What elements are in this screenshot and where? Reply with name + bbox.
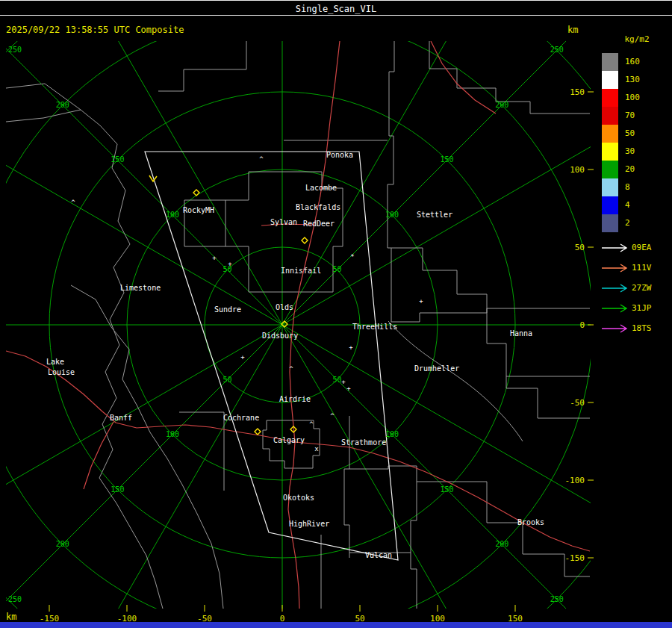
- boundary-line: [158, 41, 246, 91]
- range-label: 200: [495, 540, 508, 548]
- radar-app-window: Single_Scan_VIL 2025/09/22 13:58:55 UTC …: [0, 0, 672, 628]
- city-label: Okotoks: [283, 494, 314, 502]
- azimuth-line: [282, 116, 644, 325]
- vector-legend-row: 27ZW: [601, 278, 652, 298]
- right-axis-label: 100: [570, 165, 585, 175]
- range-label: 100: [385, 430, 399, 438]
- town-marker: +: [419, 297, 423, 305]
- town-marker: ^: [309, 420, 314, 428]
- forest-boundary-line: [6, 110, 163, 609]
- legend-unit-label: kg/m2: [602, 34, 672, 44]
- town-marker: +: [212, 254, 217, 261]
- city-label: Ponoka: [326, 151, 353, 159]
- legend-color-swatch: [602, 196, 618, 214]
- boundary-line: [506, 376, 590, 418]
- city-label: ThreeHills: [352, 323, 397, 331]
- vector-arrow-icon: [601, 284, 628, 293]
- vector-arrow-icon: [601, 324, 628, 333]
- legend-value-label: 30: [625, 143, 635, 161]
- range-label: 150: [441, 485, 454, 494]
- town-marker: +: [240, 353, 245, 361]
- range-label: 250: [550, 46, 564, 54]
- legend-value-label: 130: [625, 71, 640, 89]
- vector-id-label: 09EA: [632, 243, 652, 252]
- legend-color-swatch: [602, 71, 618, 89]
- azimuth-line: [282, 325, 491, 628]
- azimuth-line: [73, 0, 282, 325]
- legend-value-label: 100: [625, 89, 640, 107]
- legend-scale-row: 30: [602, 143, 672, 161]
- right-axis-label: -100: [565, 476, 585, 485]
- vector-id-label: 27ZW: [632, 283, 652, 293]
- legend-scale-row: 130: [602, 71, 672, 89]
- town-marker: ^: [259, 155, 264, 163]
- river-line: [71, 285, 223, 609]
- range-label: 50: [223, 376, 231, 384]
- vector-legend: 09EA111V27ZW31JP18TS: [601, 237, 652, 338]
- boundary-line: [388, 41, 394, 322]
- city-label: Stettler: [417, 211, 452, 219]
- river-line: [388, 321, 523, 441]
- boundary-line: [349, 466, 417, 609]
- highway-line: [295, 442, 590, 551]
- right-axis-label: 0: [579, 320, 585, 330]
- vector-legend-row: 31JP: [601, 298, 652, 318]
- footer-bar: [0, 622, 672, 628]
- range-label: 250: [8, 46, 22, 54]
- city-label: RedDeer: [303, 220, 335, 228]
- range-label: 100: [166, 211, 179, 219]
- legend-value-label: 2: [625, 214, 630, 232]
- vector-arrow-icon: [601, 304, 628, 313]
- color-scale-legend: kg/m2 16013010070503020842: [602, 34, 672, 232]
- city-label: Cochrane: [223, 414, 259, 422]
- legend-color-swatch: [602, 89, 618, 107]
- boundary-line: [391, 308, 590, 322]
- right-axis-label: 150: [570, 87, 585, 97]
- range-label: 100: [385, 211, 399, 219]
- vector-id-label: 18TS: [632, 323, 652, 333]
- radar-site-marker: [193, 190, 199, 196]
- right-axis-label: 50: [575, 243, 585, 252]
- city-label: Blackfalds: [296, 203, 340, 211]
- vector-id-label: 111V: [632, 263, 652, 273]
- range-label: 150: [441, 155, 454, 164]
- radar-map-display[interactable]: 5010015020025050100150200250501001502002…: [0, 0, 672, 628]
- city-label: Calgary: [273, 436, 305, 444]
- city-label: Drumheller: [414, 364, 459, 373]
- legend-color-swatch: [602, 178, 618, 196]
- azimuth-line: [0, 29, 282, 325]
- city-labels: PonokaLacombeBlackfaldsSylvanRedDeerStet…: [46, 151, 544, 559]
- city-label: Airdrie: [279, 395, 311, 403]
- azimuth-line: [0, 325, 282, 621]
- city-label: Louise: [48, 368, 75, 376]
- town-marker: +: [346, 385, 351, 392]
- azimuth-line: [282, 29, 578, 325]
- vector-arrow-icon: [601, 264, 628, 273]
- legend-scale-row: 20: [602, 161, 672, 178]
- legend-value-label: 4: [625, 196, 630, 214]
- legend-value-label: 50: [625, 125, 635, 143]
- legend-value-label: 20: [625, 161, 635, 178]
- town-marker: ^: [330, 412, 335, 420]
- legend-scale-row: 100: [602, 89, 672, 107]
- boundary-line: [417, 482, 590, 576]
- legend-value-label: 70: [625, 107, 635, 125]
- legend-scale-row: 4: [602, 196, 672, 214]
- town-marker: ^: [289, 365, 293, 373]
- vector-legend-row: 09EA: [601, 237, 652, 258]
- legend-color-swatch: [602, 107, 618, 125]
- bottom-axis-unit-label: km: [6, 612, 16, 622]
- town-marker: +: [349, 343, 353, 351]
- range-label: 200: [495, 101, 508, 109]
- town-marker: +: [341, 378, 346, 385]
- axis-ticks-and-labels: 150100500-50-100-150-150-100-50050100150: [40, 87, 594, 624]
- city-label: Innisfail: [281, 267, 321, 275]
- city-label: Lacombe: [305, 184, 337, 192]
- highway-line: [431, 41, 496, 114]
- range-label: 150: [111, 155, 124, 164]
- azimuth-line: [0, 116, 282, 325]
- city-label: Sundre: [214, 305, 241, 314]
- legend-color-swatch: [602, 143, 618, 161]
- city-label: RockyMH: [183, 206, 214, 214]
- legend-value-label: 160: [625, 53, 640, 71]
